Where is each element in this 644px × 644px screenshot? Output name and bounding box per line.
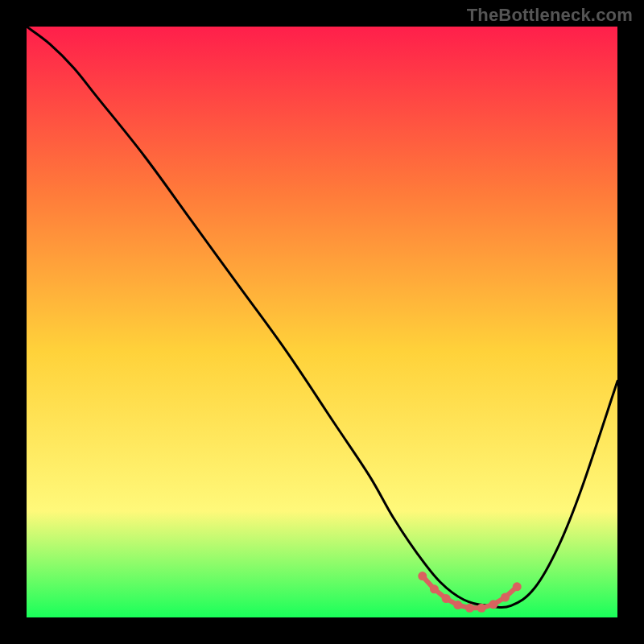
marker-dot — [465, 604, 474, 613]
marker-dot — [477, 604, 486, 613]
marker-dot — [418, 572, 427, 580]
watermark-text: TheBottleneck.com — [467, 5, 633, 26]
marker-dot — [442, 594, 451, 603]
chart-stage: TheBottleneck.com — [0, 0, 644, 644]
marker-dot — [501, 593, 510, 602]
gradient-background — [27, 27, 617, 617]
marker-dot — [430, 584, 439, 593]
marker-dot — [453, 601, 462, 609]
marker-dot — [489, 600, 497, 609]
plot-svg — [27, 27, 617, 617]
marker-dot — [513, 582, 522, 591]
plot-area — [27, 27, 617, 617]
